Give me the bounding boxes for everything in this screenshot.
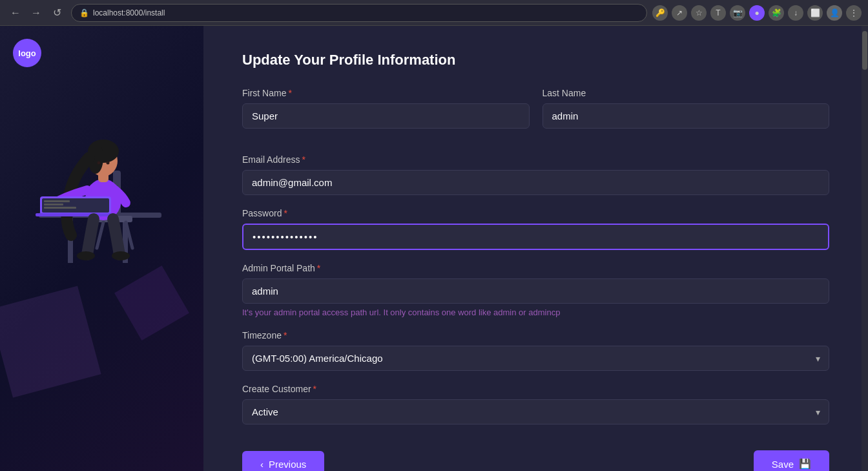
password-input[interactable] [242,224,829,250]
svg-rect-17 [44,200,70,202]
illustration [13,93,181,274]
svg-rect-18 [44,204,63,205]
admin-path-group: Admin Portal Path* It's your admin porta… [242,263,829,317]
admin-path-hint: It's your admin portal access path url. … [242,308,829,317]
last-name-label: Last Name [542,88,830,98]
logo-badge: logo [13,39,41,67]
svg-point-22 [112,251,130,260]
browser-actions: 🔑 ↗ ☆ T 📷 ● 🧩 ↓ ⬜ 👤 ⋮ [652,5,862,21]
browser-chrome: ← → ↺ 🔒 localhost:8000/install 🔑 ↗ ☆ T 📷… [0,0,868,26]
create-customer-select[interactable]: Active Inactive [242,399,829,424]
download-icon[interactable]: ↓ [788,5,803,21]
create-customer-select-wrapper: Active Inactive [242,399,829,424]
lock-icon: 🔒 [79,8,89,17]
screenshot-icon[interactable]: 📷 [730,5,745,21]
star-icon[interactable]: ☆ [691,5,707,21]
last-name-group: Last Name [542,88,830,129]
save-icon: 💾 [799,458,811,470]
profile-icon[interactable]: ● [749,5,765,21]
page-title: Update Your Profile Information [242,52,829,68]
forward-button[interactable]: → [27,4,45,22]
create-customer-group: Create Customer* Active Inactive [242,384,829,424]
name-row: First Name* Last Name [242,88,829,141]
password-label: Password* [242,208,829,218]
timezone-select[interactable]: (GMT-05:00) America/Chicago (GMT-08:00) … [242,346,829,371]
address-bar[interactable]: 🔒 localhost:8000/install [71,4,647,22]
svg-rect-20 [36,213,113,216]
email-group: Email Address* [242,154,829,195]
svg-point-21 [77,251,95,260]
password-group: Password* [242,208,829,250]
admin-path-input[interactable] [242,278,829,304]
timezone-select-wrapper: (GMT-05:00) America/Chicago (GMT-08:00) … [242,346,829,371]
first-name-group: First Name* [242,88,530,129]
key-icon[interactable]: 🔑 [652,5,668,21]
menu-icon[interactable]: ⋮ [846,5,862,21]
email-input[interactable] [242,170,829,195]
url-text: localhost:8000/install [93,8,165,17]
timezone-group: Timezone* (GMT-05:00) America/Chicago (G… [242,330,829,371]
previous-button[interactable]: ‹ Previous [242,451,324,472]
share-icon[interactable]: ↗ [672,5,687,21]
email-label: Email Address* [242,154,829,165]
main-content: Update Your Profile Information First Na… [203,26,868,471]
sidebar: logo [0,26,203,471]
split-icon[interactable]: ⬜ [807,5,823,21]
required-star: * [288,88,291,98]
browser-nav: ← → ↺ [6,4,66,22]
svg-rect-19 [44,207,76,209]
puzzle-icon[interactable]: 🧩 [769,5,784,21]
first-name-label: First Name* [242,88,530,98]
user-avatar[interactable]: 👤 [827,5,842,21]
save-button[interactable]: Save 💾 [754,450,829,471]
last-name-input[interactable] [542,103,830,129]
reload-button[interactable]: ↺ [48,4,66,22]
chevron-left-icon: ‹ [260,459,264,470]
form-footer: ‹ Previous Save 💾 [242,450,829,471]
svg-point-13 [107,162,110,165]
create-customer-label: Create Customer* [242,384,829,394]
back-button[interactable]: ← [6,4,25,22]
timezone-label: Timezone* [242,330,829,340]
admin-path-label: Admin Portal Path* [242,263,829,273]
translate-icon[interactable]: T [710,5,726,21]
svg-point-12 [98,162,101,165]
first-name-input[interactable] [242,103,530,129]
